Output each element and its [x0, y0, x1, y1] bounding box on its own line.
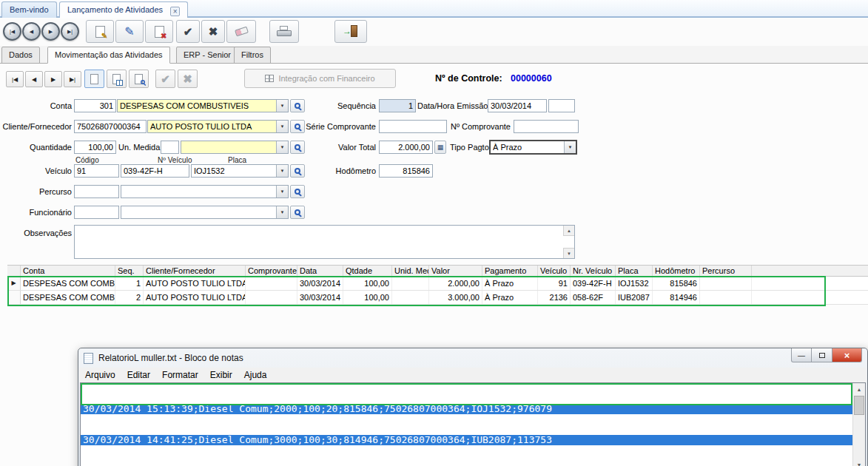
- col-placa[interactable]: Placa: [616, 266, 653, 276]
- percurso-search-button[interactable]: [290, 185, 305, 198]
- dropdown-arrow-icon[interactable]: ▼: [276, 121, 288, 132]
- close-button[interactable]: ×: [832, 348, 862, 362]
- cell-comprovante[interactable]: [246, 291, 297, 304]
- veiculo-nr-input[interactable]: [121, 164, 189, 178]
- veiculo-placa-combo[interactable]: IOJ1532 ▼: [191, 164, 289, 178]
- cell-comprovante[interactable]: [246, 277, 297, 290]
- percurso-combo[interactable]: ▼: [121, 185, 289, 198]
- tipo-pagto-select[interactable]: À Prazo ▼: [489, 140, 577, 155]
- tab-bem-vindo[interactable]: Bem-vindo: [1, 1, 57, 18]
- conta-combo[interactable]: DESPESAS COM COMBUSTIVEIS ▼: [117, 99, 289, 112]
- edit-record-button[interactable]: ✎: [115, 20, 144, 43]
- col-valor[interactable]: Valor: [429, 266, 482, 276]
- scroll-up-icon[interactable]: ▲: [563, 226, 574, 236]
- hora-emissao-input[interactable]: [548, 99, 575, 112]
- scroll-down-icon[interactable]: ▼: [563, 248, 574, 258]
- sequencia-input[interactable]: [379, 99, 416, 112]
- confirm-button[interactable]: ✔: [176, 20, 200, 43]
- cell-data[interactable]: 30/03/2014: [297, 291, 343, 304]
- cell-nr-veiculo[interactable]: 039-42F-H: [571, 277, 616, 290]
- data-emissao-input[interactable]: [488, 99, 547, 112]
- grid-row-2[interactable]: DESPESAS COM COMBUSTIVEIS 2 AUTO POSTO T…: [7, 291, 868, 305]
- tab-filtros[interactable]: Filtros: [234, 47, 271, 64]
- grid-prior-button[interactable]: ◀: [25, 71, 43, 87]
- menu-formatar[interactable]: Formatar: [156, 370, 204, 380]
- new-record-button[interactable]: [84, 70, 104, 88]
- record-first-button[interactable]: |◀: [3, 22, 21, 41]
- cell-hodometro[interactable]: 814946: [653, 291, 700, 304]
- maximize-button[interactable]: [812, 348, 832, 362]
- cell-pagamento[interactable]: À Prazo: [482, 291, 538, 304]
- cancel-edit-button[interactable]: ✖: [178, 70, 198, 88]
- clear-button[interactable]: [226, 20, 256, 43]
- grid-next-button[interactable]: ▶: [44, 71, 62, 87]
- funcionario-combo[interactable]: ▼: [121, 206, 289, 219]
- cell-seq[interactable]: 1: [115, 277, 144, 290]
- notepad-titlebar[interactable]: RelatorioL muller.txt - Bloco de notas —…: [78, 348, 867, 368]
- dropdown-arrow-icon[interactable]: ▼: [276, 186, 288, 197]
- dropdown-arrow-icon[interactable]: ▼: [276, 100, 288, 112]
- col-hodometro[interactable]: Hodômetro: [653, 266, 700, 276]
- un-medida-combo[interactable]: ▼: [181, 141, 289, 154]
- menu-ajuda[interactable]: Ajuda: [238, 370, 273, 380]
- scroll-up-button[interactable]: ▲: [853, 383, 865, 395]
- cell-cliente[interactable]: AUTO POSTO TULIO LTDA: [144, 277, 246, 290]
- menu-editar[interactable]: Editar: [121, 370, 156, 380]
- serie-comprovante-input[interactable]: [379, 120, 447, 133]
- cell-qtdade[interactable]: 100,00: [343, 277, 392, 290]
- cell-qtdade[interactable]: 100,00: [343, 291, 392, 304]
- tab-lancamento-de-atividades[interactable]: Lançamento de Atividades ×: [59, 1, 188, 18]
- tab-movimentacao-das-atividades[interactable]: Movimentação das Atividades: [47, 47, 170, 64]
- copy-record-button[interactable]: [107, 70, 127, 88]
- cell-hodometro[interactable]: 815846: [653, 277, 700, 290]
- dropdown-arrow-icon[interactable]: ▼: [564, 141, 576, 153]
- scroll-down-button[interactable]: ▼: [853, 459, 865, 466]
- valor-total-input[interactable]: [379, 141, 433, 154]
- cell-unid-med[interactable]: [392, 277, 429, 290]
- dropdown-arrow-icon[interactable]: ▼: [276, 141, 288, 153]
- cell-pagamento[interactable]: À Prazo: [482, 277, 538, 290]
- print-button[interactable]: [269, 20, 299, 43]
- funcionario-codigo-input[interactable]: [74, 206, 119, 219]
- grid-row-1[interactable]: ▶ DESPESAS COM COMBUSTIVEIS 1 AUTO POSTO…: [7, 277, 868, 291]
- col-conta[interactable]: Conta: [21, 266, 115, 276]
- cell-placa[interactable]: IUB2087: [616, 291, 653, 304]
- un-medida-codigo-input[interactable]: [161, 141, 179, 154]
- cliente-codigo-input[interactable]: [74, 120, 147, 133]
- cell-seq[interactable]: 2: [115, 291, 144, 304]
- exit-button[interactable]: →: [334, 20, 367, 43]
- minimize-button[interactable]: —: [791, 348, 812, 362]
- insert-record-button[interactable]: ✎: [86, 20, 114, 43]
- cancel-button[interactable]: ✖: [201, 20, 225, 43]
- scrollbar-thumb[interactable]: [854, 396, 864, 415]
- close-tab-icon[interactable]: ×: [170, 7, 180, 16]
- col-pagamento[interactable]: Pagamento: [482, 266, 538, 276]
- cell-valor[interactable]: 2.000,00: [429, 277, 482, 290]
- tab-dados[interactable]: Dados: [1, 47, 40, 64]
- calculator-button[interactable]: ▦: [434, 141, 446, 154]
- col-seq[interactable]: Seq.: [115, 266, 144, 276]
- quantidade-input[interactable]: [74, 141, 116, 154]
- notepad-line-selected[interactable]: 30/03/2014 14:41:25;Diesel Comum;3000;10…: [81, 435, 852, 445]
- col-unid-med[interactable]: Unid. Med.: [392, 266, 429, 276]
- tab-erp-senior[interactable]: ERP - Senior: [176, 47, 238, 64]
- record-last-button[interactable]: ▶|: [61, 22, 79, 41]
- funcionario-search-button[interactable]: [290, 206, 305, 219]
- col-comprovante[interactable]: Comprovante: [246, 266, 297, 276]
- record-next-button[interactable]: ▶: [41, 22, 60, 41]
- percurso-codigo-input[interactable]: [74, 185, 119, 198]
- cell-percurso[interactable]: [700, 277, 752, 290]
- menu-exibir[interactable]: Exibir: [204, 370, 238, 380]
- col-data[interactable]: Data: [297, 266, 343, 276]
- conta-codigo-input[interactable]: [74, 99, 116, 112]
- numero-comprovante-input[interactable]: [514, 120, 579, 133]
- cell-percurso[interactable]: [700, 291, 752, 304]
- cell-conta[interactable]: DESPESAS COM COMBUSTIVEIS: [21, 291, 115, 304]
- cell-placa[interactable]: IOJ1532: [616, 277, 653, 290]
- cell-valor[interactable]: 3.000,00: [429, 291, 482, 304]
- notepad-text-area[interactable]: 30/03/2014 15:13:39;Diesel Comum;2000;10…: [81, 383, 852, 466]
- post-button[interactable]: ✔: [155, 70, 175, 88]
- notepad-scrollbar[interactable]: ▲ ▼: [852, 383, 865, 466]
- record-prior-button[interactable]: ◀: [22, 22, 41, 41]
- dropdown-arrow-icon[interactable]: ▼: [276, 165, 288, 177]
